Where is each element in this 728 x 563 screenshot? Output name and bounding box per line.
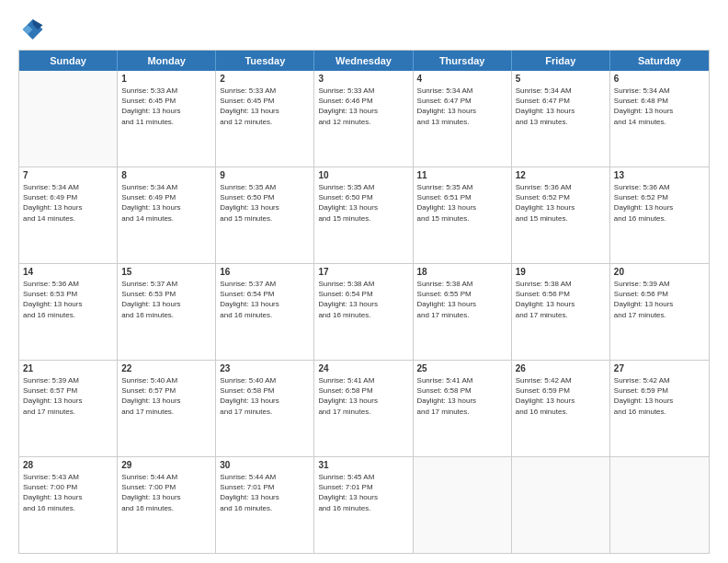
day-number: 17 (318, 267, 408, 277)
day-number: 24 (318, 363, 408, 373)
day-number: 11 (417, 170, 507, 180)
cell-info-line: and 17 minutes. (614, 310, 705, 320)
cell-info-line: Daylight: 13 hours (220, 396, 310, 406)
day-cell-12: 12Sunrise: 5:36 AMSunset: 6:52 PMDayligh… (512, 167, 610, 263)
cell-info-line: and 14 minutes. (121, 213, 211, 224)
cell-info-line: Sunrise: 5:38 AM (318, 279, 408, 289)
cell-info-line: Sunset: 6:58 PM (417, 385, 507, 396)
cell-info-line: Sunrise: 5:42 AM (516, 375, 606, 385)
day-cell-9: 9Sunrise: 5:35 AMSunset: 6:50 PMDaylight… (216, 167, 314, 263)
cell-info-line: Sunset: 6:56 PM (614, 289, 705, 299)
cell-info-line: Sunset: 6:50 PM (318, 192, 408, 202)
day-cell-28: 28Sunrise: 5:43 AMSunset: 7:00 PMDayligh… (19, 457, 118, 553)
cell-info-line: Sunset: 6:55 PM (417, 289, 507, 299)
day-cell-4: 4Sunrise: 5:34 AMSunset: 6:47 PMDaylight… (414, 71, 512, 167)
page: SundayMondayTuesdayWednesdayThursdayFrid… (0, 0, 728, 563)
cell-info-line: Sunrise: 5:39 AM (23, 375, 113, 385)
cell-info-line: Daylight: 13 hours (417, 299, 507, 309)
cell-info-line: Sunset: 6:57 PM (23, 385, 113, 396)
cell-info-line: Sunrise: 5:34 AM (417, 86, 507, 96)
cell-info-line: Sunrise: 5:44 AM (220, 472, 310, 482)
cell-info-line: Sunset: 6:45 PM (121, 96, 211, 106)
cell-info-line: Daylight: 13 hours (220, 492, 310, 502)
cell-info-line: Daylight: 13 hours (121, 106, 211, 116)
cell-info-line: Daylight: 13 hours (614, 299, 705, 309)
day-cell-27: 27Sunrise: 5:42 AMSunset: 6:59 PMDayligh… (610, 361, 709, 456)
cell-info-line: Sunrise: 5:36 AM (516, 182, 606, 192)
cell-info-line: Daylight: 13 hours (614, 106, 705, 116)
cell-info-line: Sunrise: 5:41 AM (417, 375, 507, 385)
cell-info-line: Sunset: 6:52 PM (614, 192, 705, 202)
cell-info-line: and 16 minutes. (318, 503, 408, 513)
cell-info-line: Daylight: 13 hours (614, 202, 705, 213)
calendar-row-4: 21Sunrise: 5:39 AMSunset: 6:57 PMDayligh… (19, 361, 709, 457)
calendar-row-5: 28Sunrise: 5:43 AMSunset: 7:00 PMDayligh… (19, 457, 709, 553)
day-number: 12 (516, 170, 606, 180)
cell-info-line: Daylight: 13 hours (220, 106, 310, 116)
day-cell-2: 2Sunrise: 5:33 AMSunset: 6:45 PMDaylight… (216, 71, 314, 167)
day-number: 26 (516, 363, 606, 373)
cell-info-line: and 17 minutes. (417, 407, 507, 417)
day-number: 18 (417, 267, 507, 277)
cell-info-line: Sunrise: 5:33 AM (318, 86, 408, 96)
cell-info-line: Daylight: 13 hours (318, 299, 408, 309)
day-cell-11: 11Sunrise: 5:35 AMSunset: 6:51 PMDayligh… (414, 167, 512, 263)
cell-info-line: and 17 minutes. (417, 310, 507, 320)
day-cell-6: 6Sunrise: 5:34 AMSunset: 6:48 PMDaylight… (610, 71, 709, 167)
cell-info-line: Sunset: 7:01 PM (220, 482, 310, 492)
weekday-header-tuesday: Tuesday (216, 51, 314, 71)
day-cell-21: 21Sunrise: 5:39 AMSunset: 6:57 PMDayligh… (19, 361, 118, 456)
cell-info-line: and 12 minutes. (318, 117, 408, 127)
day-cell-7: 7Sunrise: 5:34 AMSunset: 6:49 PMDaylight… (19, 167, 118, 263)
cell-info-line: Sunset: 6:58 PM (318, 385, 408, 396)
cell-info-line: Sunrise: 5:38 AM (417, 279, 507, 289)
day-cell-23: 23Sunrise: 5:40 AMSunset: 6:58 PMDayligh… (216, 361, 314, 456)
cell-info-line: Daylight: 13 hours (23, 492, 113, 502)
cell-info-line: Sunset: 6:49 PM (23, 192, 113, 202)
cell-info-line: Sunset: 6:47 PM (516, 96, 606, 106)
weekday-header-thursday: Thursday (414, 51, 512, 71)
cell-info-line: Daylight: 13 hours (516, 396, 606, 406)
day-number: 25 (417, 363, 507, 373)
cell-info-line: Sunrise: 5:40 AM (220, 375, 310, 385)
weekday-header-sunday: Sunday (19, 51, 118, 71)
cell-info-line: Sunset: 6:52 PM (516, 192, 606, 202)
cell-info-line: Sunset: 7:00 PM (121, 482, 211, 492)
day-number: 20 (614, 267, 705, 277)
cell-info-line: Daylight: 13 hours (516, 202, 606, 213)
cell-info-line: and 16 minutes. (516, 407, 606, 417)
cell-info-line: and 16 minutes. (318, 310, 408, 320)
cell-info-line: and 16 minutes. (614, 407, 705, 417)
cell-info-line: Sunrise: 5:34 AM (614, 86, 705, 96)
empty-cell-r4c6 (610, 457, 709, 553)
day-cell-22: 22Sunrise: 5:40 AMSunset: 6:57 PMDayligh… (118, 361, 216, 456)
day-cell-17: 17Sunrise: 5:38 AMSunset: 6:54 PMDayligh… (314, 264, 413, 360)
cell-info-line: Sunset: 6:54 PM (318, 289, 408, 299)
cell-info-line: Sunset: 6:51 PM (417, 192, 507, 202)
cell-info-line: Daylight: 13 hours (220, 202, 310, 213)
cell-info-line: Sunrise: 5:34 AM (121, 182, 211, 192)
day-cell-15: 15Sunrise: 5:37 AMSunset: 6:53 PMDayligh… (118, 264, 216, 360)
cell-info-line: Sunrise: 5:37 AM (121, 279, 211, 289)
cell-info-line: Daylight: 13 hours (121, 396, 211, 406)
weekday-header-wednesday: Wednesday (314, 51, 413, 71)
cell-info-line: Sunrise: 5:34 AM (516, 86, 606, 96)
cell-info-line: and 16 minutes. (121, 310, 211, 320)
cell-info-line: Daylight: 13 hours (417, 202, 507, 213)
day-cell-16: 16Sunrise: 5:37 AMSunset: 6:54 PMDayligh… (216, 264, 314, 360)
day-number: 23 (220, 363, 310, 373)
day-number: 29 (121, 460, 211, 470)
cell-info-line: and 15 minutes. (417, 213, 507, 224)
cell-info-line: Daylight: 13 hours (318, 396, 408, 406)
cell-info-line: Sunset: 6:59 PM (516, 385, 606, 396)
cell-info-line: Sunset: 7:01 PM (318, 482, 408, 492)
day-number: 19 (516, 267, 606, 277)
cell-info-line: Sunrise: 5:33 AM (121, 86, 211, 96)
logo (18, 17, 48, 42)
cell-info-line: Sunrise: 5:45 AM (318, 472, 408, 482)
day-cell-13: 13Sunrise: 5:36 AMSunset: 6:52 PMDayligh… (610, 167, 709, 263)
cell-info-line: Sunrise: 5:38 AM (516, 279, 606, 289)
day-cell-19: 19Sunrise: 5:38 AMSunset: 6:56 PMDayligh… (512, 264, 610, 360)
cell-info-line: and 16 minutes. (23, 503, 113, 513)
day-number: 2 (220, 74, 310, 84)
